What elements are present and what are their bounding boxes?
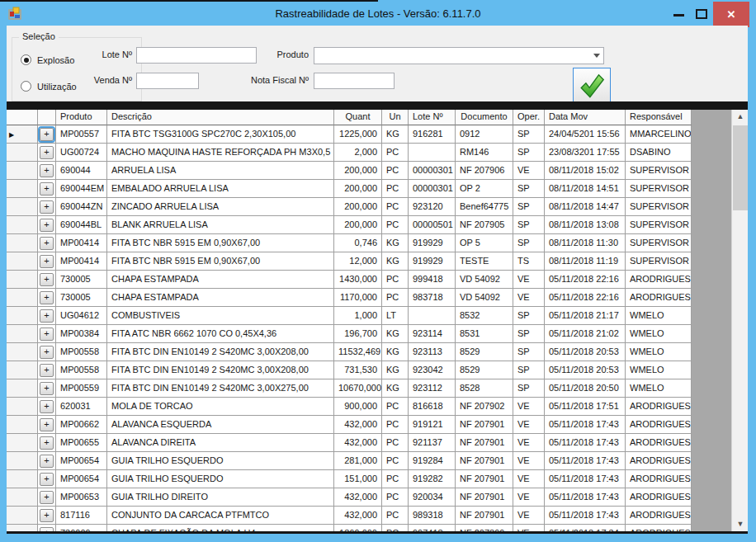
cell-data-mov[interactable]: 05/11/2018 17:51 <box>545 398 626 416</box>
cell-descricao[interactable]: MOLA DE TORCAO <box>107 398 334 416</box>
row-selector-cell[interactable] <box>7 216 38 234</box>
table-row[interactable]: + 730005 CHAPA ESTAMPADA 1170,000 PC 983… <box>7 289 692 307</box>
cell-lote[interactable]: 997418 <box>409 525 456 531</box>
cell-quant[interactable]: 11532,469 <box>334 343 382 361</box>
cell-un[interactable]: PC <box>382 416 409 434</box>
expand-cell[interactable]: + <box>38 162 56 180</box>
cell-oper[interactable]: SP <box>513 216 545 234</box>
row-selector-cell[interactable] <box>7 343 38 361</box>
cell-documento[interactable]: 8529 <box>456 343 513 361</box>
expand-cell[interactable]: + <box>38 343 56 361</box>
cell-produto[interactable]: MP00654 <box>56 452 107 470</box>
cell-lote[interactable]: 999418 <box>409 271 456 289</box>
table-row[interactable]: + MP00414 FITA BTC NBR 5915 EM 0,90X67,0… <box>7 234 692 252</box>
cell-data-mov[interactable]: 05/11/2018 20:53 <box>545 361 626 379</box>
cell-quant[interactable]: 731,530 <box>334 361 382 379</box>
cell-produto[interactable]: MP00653 <box>56 488 107 507</box>
minimize-button[interactable] <box>673 14 684 16</box>
cell-data-mov[interactable]: 05/11/2018 20:50 <box>545 379 626 398</box>
cell-documento[interactable]: VD 54092 <box>456 271 513 289</box>
expand-button[interactable]: + <box>40 364 54 377</box>
expand-cell[interactable]: + <box>38 488 56 507</box>
cell-produto[interactable]: MP00557 <box>56 125 107 144</box>
expand-button[interactable]: + <box>40 146 54 159</box>
cell-data-mov[interactable]: 05/11/2018 17:43 <box>545 470 626 488</box>
row-selector-cell[interactable] <box>7 470 38 488</box>
cell-documento[interactable]: VD 54092 <box>456 289 513 307</box>
cell-data-mov[interactable]: 08/11/2018 14:47 <box>545 198 626 216</box>
expand-cell[interactable]: + <box>38 234 56 252</box>
cell-un[interactable]: PC <box>382 162 409 180</box>
cell-documento[interactable]: NF 207905 <box>456 216 513 234</box>
cell-produto[interactable]: MP00558 <box>56 361 107 379</box>
expand-cell[interactable]: + <box>38 289 56 307</box>
cell-data-mov[interactable]: 05/11/2018 20:53 <box>545 343 626 361</box>
expand-cell[interactable]: + <box>38 307 56 325</box>
cell-documento[interactable]: NF 207906 <box>456 162 513 180</box>
expand-cell[interactable]: + <box>38 434 56 452</box>
cell-quant[interactable]: 200,000 <box>334 162 382 180</box>
table-row[interactable]: + MP00558 FITA BTC DIN EN10149 2 S420MC … <box>7 343 692 361</box>
table-row[interactable]: ▶ + MP00557 FITA BTC TSG3100G SPC270C 2,… <box>7 125 692 144</box>
cell-produto[interactable]: UG00724 <box>56 144 107 162</box>
row-selector-cell[interactable]: ▶ <box>7 125 38 144</box>
cell-responsavel[interactable]: ARODRIGUES <box>626 525 692 531</box>
col-header-descricao[interactable]: Descrição <box>107 110 334 125</box>
cell-produto[interactable]: 736009 <box>56 525 107 531</box>
table-row[interactable]: + MP00654 GUIA TRILHO ESQUERDO 151,000 P… <box>7 470 692 488</box>
cell-documento[interactable]: NF 207902 <box>456 398 513 416</box>
expand-cell[interactable]: + <box>38 252 56 271</box>
cell-oper[interactable]: SP <box>513 307 545 325</box>
expand-cell[interactable]: + <box>38 507 56 525</box>
cell-lote[interactable]: 923120 <box>409 198 456 216</box>
cell-oper[interactable]: SP <box>513 361 545 379</box>
venda-input[interactable] <box>136 73 199 89</box>
cell-descricao[interactable]: EMBALADO ARRUELA LISA <box>107 180 334 198</box>
cell-responsavel[interactable]: ARODRIGUES <box>626 271 692 289</box>
cell-un[interactable]: PC <box>382 507 409 525</box>
cell-responsavel[interactable]: SUPERVISOR <box>626 252 692 271</box>
cell-un[interactable]: PC <box>382 289 409 307</box>
expand-button[interactable]: + <box>40 255 54 268</box>
cell-quant[interactable]: 151,000 <box>334 470 382 488</box>
cell-lote[interactable]: 919284 <box>409 452 456 470</box>
cell-quant[interactable]: 200,000 <box>334 198 382 216</box>
cell-documento[interactable]: OP 2 <box>456 180 513 198</box>
scrollbar-thumb[interactable] <box>733 125 748 210</box>
cell-documento[interactable]: NF 207901 <box>456 434 513 452</box>
cell-descricao[interactable]: GUIA TRILHO ESQUERDO <box>107 452 334 470</box>
cell-documento[interactable]: 8532 <box>456 307 513 325</box>
cell-oper[interactable]: SP <box>513 325 545 343</box>
cell-documento[interactable]: NF 207901 <box>456 507 513 525</box>
cell-responsavel[interactable]: ARODRIGUES <box>626 507 692 525</box>
table-row[interactable]: + 817116 CONJUNTO DA CARCACA PTFMTCO 432… <box>7 507 692 525</box>
cell-oper[interactable]: VE <box>513 289 545 307</box>
cell-lote[interactable]: 919929 <box>409 252 456 271</box>
expand-button[interactable]: + <box>40 219 54 232</box>
col-header-produto[interactable]: Produto <box>56 110 107 125</box>
cell-oper[interactable]: VE <box>513 525 545 531</box>
row-selector-cell[interactable] <box>7 379 38 398</box>
row-selector-cell[interactable] <box>7 507 38 525</box>
cell-un[interactable]: PC <box>382 216 409 234</box>
cell-oper[interactable]: VE <box>513 162 545 180</box>
expand-button[interactable]: + <box>40 328 54 341</box>
expand-button[interactable]: + <box>40 182 54 196</box>
cell-quant[interactable]: 2,000 <box>334 144 382 162</box>
cell-un[interactable]: PC <box>382 144 409 162</box>
cell-descricao[interactable]: ZINCADO ARRUELA LISA <box>107 198 334 216</box>
expand-cell[interactable]: + <box>38 216 56 234</box>
cell-lote[interactable]: 983718 <box>409 289 456 307</box>
expand-button[interactable]: + <box>40 237 54 250</box>
cell-produto[interactable]: 690044 <box>56 162 107 180</box>
cell-quant[interactable]: 1,000 <box>334 307 382 325</box>
cell-descricao[interactable]: ALAVANCA DIREITA <box>107 434 334 452</box>
expand-cell[interactable]: + <box>38 198 56 216</box>
row-selector-cell[interactable] <box>7 289 38 307</box>
cell-lote[interactable]: 919282 <box>409 470 456 488</box>
cell-documento[interactable]: 8528 <box>456 379 513 398</box>
row-selector-cell[interactable] <box>7 271 38 289</box>
cell-lote[interactable]: 923042 <box>409 361 456 379</box>
cell-un[interactable]: PC <box>382 180 409 198</box>
cell-responsavel[interactable]: SUPERVISOR <box>626 162 692 180</box>
